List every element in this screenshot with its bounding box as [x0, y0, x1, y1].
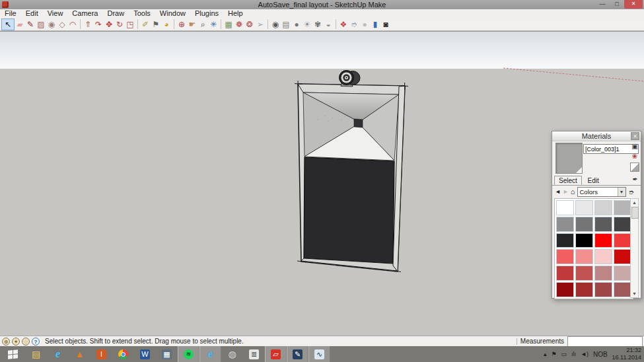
palette-scrollbar[interactable]: ▲ ▼: [630, 198, 639, 298]
speaker-model[interactable]: [295, 71, 408, 272]
tab-select[interactable]: Select: [554, 176, 582, 185]
palette-swatch[interactable]: [614, 282, 631, 297]
photo-camera-icon[interactable]: ◙: [380, 18, 391, 30]
taskbar-autodesk-inventor[interactable]: I: [90, 346, 112, 362]
menu-file[interactable]: File: [0, 9, 21, 18]
menu-camera[interactable]: Camera: [67, 9, 102, 18]
followme-tool[interactable]: ↷: [93, 18, 104, 30]
capsule-blue-icon[interactable]: ▮: [370, 18, 380, 30]
render-sphere-icon[interactable]: ●: [291, 18, 302, 30]
palette-swatch[interactable]: [575, 200, 593, 215]
palette-swatch[interactable]: [575, 266, 593, 281]
secondary-pane-icon[interactable]: ❀: [632, 153, 637, 161]
tab-edit[interactable]: Edit: [584, 176, 603, 184]
taskbar-sketchup[interactable]: ▱: [265, 346, 287, 362]
help-icon[interactable]: ?: [32, 338, 40, 345]
components-icon[interactable]: ❁: [234, 18, 244, 30]
palette-swatch[interactable]: [556, 249, 574, 264]
measurements-input[interactable]: [567, 336, 643, 347]
orbit-tool[interactable]: ⊕: [176, 18, 187, 30]
volume-icon[interactable]: ◄): [581, 351, 589, 357]
palette-swatch[interactable]: [556, 200, 574, 215]
render-light-icon[interactable]: ☀: [302, 18, 312, 30]
menu-view[interactable]: View: [43, 9, 68, 18]
dimension-tool[interactable]: ⚑: [151, 18, 161, 30]
clock[interactable]: 21:32 16.11.2014: [612, 347, 641, 361]
network-icon[interactable]: ılı: [571, 351, 576, 357]
export-icon[interactable]: ➮: [349, 18, 359, 30]
polygon-tool[interactable]: ◇: [57, 18, 67, 30]
select-tool[interactable]: ↖: [1, 18, 15, 30]
geolocation-icon[interactable]: ⊕: [2, 338, 10, 345]
scroll-thumb[interactable]: [631, 207, 639, 219]
share-model-icon[interactable]: ➢: [255, 18, 266, 30]
menu-help[interactable]: Help: [223, 9, 248, 18]
sphere-gray-icon[interactable]: ●: [359, 18, 370, 30]
render-scene-icon[interactable]: ▤: [281, 18, 291, 30]
display-icon[interactable]: ▭: [561, 351, 567, 357]
palette-swatch[interactable]: [614, 249, 631, 264]
palette-swatch[interactable]: [556, 233, 574, 248]
scroll-up-icon[interactable]: ▲: [631, 199, 638, 206]
taskbar-internet-explorer-2[interactable]: e: [199, 346, 221, 362]
palette-swatch[interactable]: [594, 282, 612, 297]
palette-swatch[interactable]: [556, 266, 574, 281]
arc-tool[interactable]: ◠: [67, 18, 78, 30]
start-button[interactable]: [0, 346, 25, 362]
default-material-swatch[interactable]: [630, 163, 639, 172]
circle-tool[interactable]: ◉: [46, 18, 57, 30]
sample-paint-icon[interactable]: ✒: [633, 176, 638, 183]
taskbar-pen-tool[interactable]: ✎: [287, 346, 308, 362]
palette-swatch[interactable]: [594, 233, 612, 248]
menu-edit[interactable]: Edit: [21, 9, 43, 18]
palette-swatch[interactable]: [575, 249, 593, 264]
materials-close-button[interactable]: ✕: [631, 132, 639, 140]
menu-plugins[interactable]: Plugins: [190, 9, 223, 18]
tape-measure-tool[interactable]: ✐: [140, 18, 151, 30]
menu-window[interactable]: Window: [155, 9, 190, 18]
zoom-tool[interactable]: ⌕: [197, 18, 208, 30]
palette-swatch[interactable]: [556, 217, 574, 232]
palette-swatch[interactable]: [614, 217, 631, 232]
taskbar-file-explorer[interactable]: ▤: [25, 346, 47, 362]
pushpull-tool[interactable]: ⇑: [83, 18, 93, 30]
palette-swatch[interactable]: [594, 266, 612, 281]
drawing-viewport[interactable]: Materials ✕ ▣ ❀ Select Edit ✒ ◄ ► ⌂ Colo…: [0, 31, 644, 336]
menu-tools[interactable]: Tools: [129, 9, 155, 18]
color-wheel-icon[interactable]: ❖: [338, 18, 349, 30]
zoom-extents-tool[interactable]: ✳: [208, 18, 219, 30]
pan-tool[interactable]: ☛: [187, 18, 197, 30]
back-arrow-icon[interactable]: ◄: [555, 188, 561, 195]
scale-tool[interactable]: ◳: [125, 18, 135, 30]
materials-panel-title-bar[interactable]: Materials ✕: [552, 131, 641, 141]
palette-swatch[interactable]: [594, 217, 612, 232]
rotate-tool[interactable]: ↻: [114, 18, 125, 30]
home-icon[interactable]: ⌂: [571, 188, 575, 196]
taskbar-matlab[interactable]: ▲: [69, 346, 90, 362]
close-button[interactable]: ✕: [624, 0, 643, 9]
chevron-down-icon[interactable]: ▼: [618, 188, 626, 196]
menu-draw[interactable]: Draw: [102, 9, 129, 18]
language-indicator[interactable]: NOB: [593, 351, 608, 358]
render-dome-icon[interactable]: ◒: [323, 18, 334, 30]
palette-swatch[interactable]: [575, 282, 593, 297]
palette-swatch[interactable]: [614, 233, 631, 248]
taskbar-ni-instrument[interactable]: ≣: [243, 346, 265, 362]
entity-info-icon[interactable]: ◌: [22, 338, 30, 345]
paint-bucket-tool[interactable]: ◕: [161, 18, 172, 30]
palette-swatch[interactable]: [614, 200, 631, 215]
in-model-icon[interactable]: ➮: [629, 188, 634, 196]
palette-swatch[interactable]: [556, 282, 574, 297]
taskbar-speaker-app[interactable]: ◍: [221, 346, 243, 362]
palette-swatch[interactable]: [575, 233, 593, 248]
action-center-icon[interactable]: ⚑: [551, 351, 556, 357]
render-camera-icon[interactable]: ◉: [270, 18, 281, 30]
claim-credit-icon[interactable]: ✦: [12, 338, 20, 345]
taskbar-calculator[interactable]: ▦: [156, 346, 178, 362]
show-hidden-icon[interactable]: ▴: [544, 351, 547, 357]
taskbar-internet-explorer[interactable]: e: [47, 346, 69, 362]
taskbar-monitor-scope[interactable]: ∿: [308, 346, 330, 362]
create-material-icon[interactable]: ▣: [631, 143, 637, 151]
styles-icon[interactable]: ❂: [244, 18, 255, 30]
taskbar-spotify[interactable]: ≋: [178, 346, 199, 362]
